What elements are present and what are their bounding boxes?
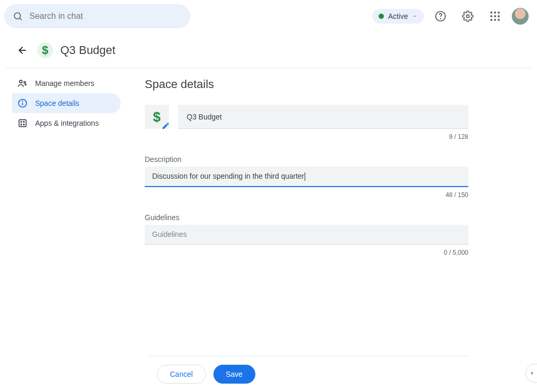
space-header: $ Q3 Budget [6,35,531,68]
page-title: Space details [145,78,468,91]
space-icon-picker[interactable]: $ [145,105,169,129]
sidebar-item-apps-integrations[interactable]: Apps & integrations [12,113,121,133]
settings-button[interactable] [457,6,478,27]
svg-point-7 [24,82,26,83]
sidebar-item-space-details[interactable]: Space details [12,93,121,113]
guidelines-placeholder: Guidelines [152,230,187,238]
svg-point-0 [14,13,20,19]
sidebar-item-label: Apps & integrations [35,119,99,127]
members-icon [17,78,28,89]
apps-grid-icon [490,12,500,21]
svg-point-16 [24,124,25,125]
sidebar-item-label: Space details [35,99,79,107]
svg-point-15 [21,124,22,125]
top-bar: Active [0,0,537,32]
side-panel-toggle[interactable] [525,364,537,383]
help-icon [435,10,446,22]
status-chip[interactable]: Active [372,9,424,24]
chevron-down-icon [412,14,417,19]
save-button[interactable]: Save [213,365,255,384]
sidebar-item-label: Manage members [35,79,94,88]
search-input[interactable] [29,12,182,21]
svg-point-6 [19,80,22,83]
svg-rect-12 [19,119,26,126]
space-name-field[interactable] [178,105,468,129]
main-card: $ Q3 Budget Manage members Space details [5,35,532,257]
status-label: Active [388,12,408,20]
name-counter: 9 / 128 [145,133,468,140]
search-icon [13,11,23,21]
description-label: Description [145,155,468,164]
description-field[interactable]: Discussion for our spending in the third… [145,167,468,187]
dollar-icon: $ [153,109,160,125]
arrow-left-icon [17,45,28,56]
text-caret-icon [305,172,305,181]
svg-point-13 [21,122,22,123]
gear-icon [462,10,474,22]
apps-button[interactable] [485,6,506,27]
space-name: Q3 Budget [60,43,115,57]
edit-pencil-icon [162,122,170,130]
svg-point-11 [23,101,23,102]
chevron-left-icon [529,370,535,376]
cancel-button[interactable]: Cancel [157,365,206,384]
guidelines-label: Guidelines [145,213,468,222]
description-value: Discussion for our spending in the third… [152,172,304,180]
space-avatar-icon: $ [37,42,53,58]
svg-point-14 [24,122,25,123]
svg-line-1 [20,18,22,20]
help-button[interactable] [430,6,451,27]
sidebar-item-manage-members[interactable]: Manage members [12,73,121,93]
guidelines-field[interactable]: Guidelines [145,225,468,245]
back-button[interactable] [15,43,30,58]
apps-integrations-icon [17,118,28,128]
status-dot-icon [379,14,384,19]
search-container[interactable] [4,4,190,28]
footer-actions: Cancel Save [149,356,469,384]
account-avatar[interactable] [512,8,529,25]
info-icon [17,98,28,108]
main-panel: Space details $ 9 / 128 Description Disc… [124,68,531,256]
svg-point-3 [441,18,441,19]
svg-point-4 [466,15,469,18]
guidelines-counter: 0 / 5,000 [145,249,468,256]
description-counter: 48 / 150 [145,191,468,199]
settings-sidebar: Manage members Space details Apps & inte… [6,68,124,256]
space-name-input[interactable] [187,113,460,121]
